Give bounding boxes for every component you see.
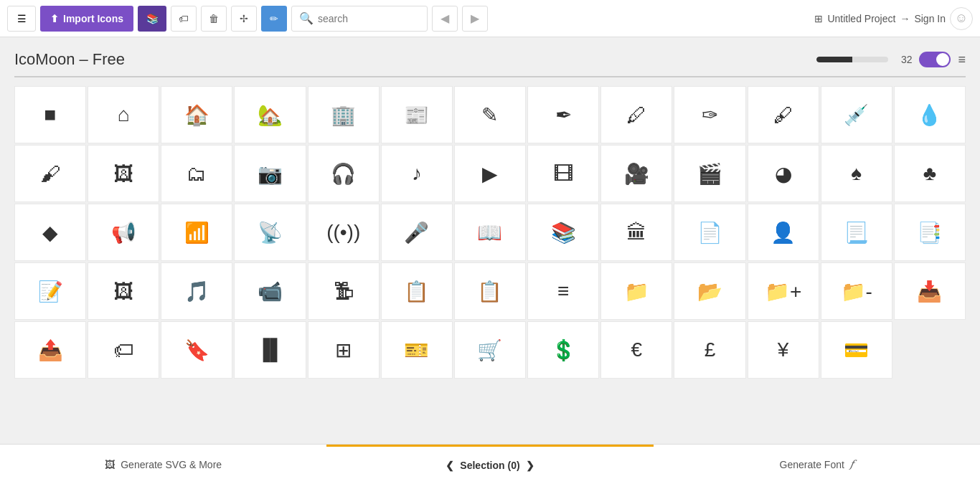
droplet-icon[interactable]: 💧 (894, 86, 966, 143)
size-slider[interactable] (816, 57, 888, 62)
euro-icon[interactable]: € (600, 321, 672, 379)
ticket-icon[interactable]: 🎫 (381, 321, 453, 379)
film2-icon[interactable]: 🎬 (674, 145, 745, 202)
mic-icon[interactable]: 🎤 (381, 204, 453, 261)
edit-icon: ✏ (270, 13, 278, 24)
tags-icon[interactable]: 🔖 (161, 321, 232, 379)
project-name-container: ⊞ Untitled Project (814, 13, 895, 24)
document-icon[interactable]: 📄 (674, 204, 745, 261)
forward-button[interactable]: ▶ (462, 6, 488, 32)
credit-card-icon[interactable]: 💳 (821, 321, 892, 379)
tag-button[interactable]: 🏷 (171, 6, 197, 32)
search-box: 🔍 (291, 6, 428, 32)
image-icon[interactable]: 🖼 (88, 145, 159, 202)
broadcast-icon[interactable]: 📡 (234, 204, 306, 261)
back-button[interactable]: ◀ (432, 6, 458, 32)
play-icon[interactable]: ▶ (454, 145, 526, 202)
clubs-icon[interactable]: ♣ (894, 145, 966, 202)
size-track (816, 57, 888, 62)
icon-set-controls: 32 ≡ (816, 52, 966, 67)
folder-add-icon[interactable]: 📁+ (748, 262, 819, 320)
stack-icon[interactable]: ≡ (527, 262, 599, 320)
pound-icon[interactable]: £ (674, 321, 745, 379)
import-icon: ⬆ (50, 13, 59, 24)
feather-icon[interactable]: 🖊 (600, 86, 672, 143)
camera-icon[interactable]: 📷 (234, 145, 306, 202)
library-icon: 📚 (146, 13, 159, 24)
pencil-icon[interactable]: ✎ (454, 86, 526, 143)
video-icon[interactable]: 🎥 (600, 145, 672, 202)
icon-grid: ■⌂🏠🏡🏢📰✎✒🖊✑🖋💉💧🖌🖼🗂📷🎧♪▶🎞🎥🎬◕♠♣◆📢📶📡((•))🎤📖📚🏛📄… (14, 83, 966, 381)
cart-icon[interactable]: 🛒 (454, 321, 526, 379)
library-button[interactable]: 📚 (138, 6, 166, 32)
file-copy-icon[interactable]: 📋 (381, 262, 453, 320)
spades-icon[interactable]: ♠ (821, 145, 892, 202)
square-icon[interactable]: ■ (14, 86, 86, 143)
film-icon[interactable]: 🎞 (527, 145, 599, 202)
yen-icon[interactable]: ¥ (748, 321, 819, 379)
music-icon[interactable]: ♪ (381, 145, 453, 202)
file-video-icon[interactable]: 📹 (234, 262, 306, 320)
headphones-icon[interactable]: 🎧 (308, 145, 380, 202)
delete-button[interactable]: 🗑 (201, 6, 227, 32)
paint-icon[interactable]: 🖌 (14, 145, 86, 202)
signin-icon: → (900, 13, 910, 24)
toolbar: ☰ ⬆ Import Icons 📚 🏷 🗑 ✢ ✏ 🔍 ◀ ▶ ⊞ Untit… (0, 0, 980, 37)
trash-icon: 🗑 (209, 13, 219, 24)
layers-icon: ⊞ (814, 13, 823, 24)
file-zip-icon[interactable]: 🗜 (308, 262, 380, 320)
avatar: ☺ (950, 7, 973, 30)
images-icon[interactable]: 🗂 (161, 145, 232, 202)
sign-in-button[interactable]: → Sign In (900, 13, 946, 24)
home-icon[interactable]: ⌂ (88, 86, 159, 143)
toggle-switch[interactable] (919, 52, 951, 67)
main-content: IcoMoon – Free 32 ≡ ■⌂🏠🏡🏢📰✎✒🖊✑🖋💉💧🖌🖼🗂📷🎧♪▶… (0, 37, 980, 444)
move-button[interactable]: ✢ (231, 6, 257, 32)
edit-button[interactable]: ✏ (261, 6, 287, 32)
contact-icon[interactable]: 👤 (748, 204, 819, 261)
file-image-icon[interactable]: 🖼 (88, 262, 159, 320)
wifi-icon[interactable]: 📶 (161, 204, 232, 261)
pacman-icon[interactable]: ◕ (748, 145, 819, 202)
icon-set-header: IcoMoon – Free 32 ≡ (14, 37, 966, 77)
menu-button[interactable]: ☰ (7, 6, 36, 32)
qrcode-icon[interactable]: ⊞ (308, 321, 380, 379)
file2-icon[interactable]: 📑 (894, 204, 966, 261)
fountain-pen-icon[interactable]: 🖋 (748, 86, 819, 143)
folder-upload-icon[interactable]: 📤 (14, 321, 86, 379)
folder-open-icon[interactable]: 📂 (674, 262, 745, 320)
icon-set-title: IcoMoon – Free (14, 50, 125, 69)
search-icon: 🔍 (299, 11, 314, 25)
clipboard-icon[interactable]: 📋 (454, 262, 526, 320)
project-name-label: Untitled Project (827, 13, 895, 24)
signal-icon[interactable]: ((•)) (308, 204, 380, 261)
nib-icon[interactable]: ✑ (674, 86, 745, 143)
import-icons-button[interactable]: ⬆ Import Icons (40, 6, 133, 32)
search-input[interactable] (318, 13, 420, 24)
megaphone-icon[interactable]: 📢 (88, 204, 159, 261)
barcode-icon[interactable]: ▐▌ (234, 321, 306, 379)
file-music-icon[interactable]: 🎵 (161, 262, 232, 320)
building-icon[interactable]: 🏢 (308, 86, 380, 143)
folder-remove-icon[interactable]: 📁- (821, 262, 892, 320)
folder-download-icon[interactable]: 📥 (894, 262, 966, 320)
diamond-icon[interactable]: ◆ (14, 204, 86, 261)
newspaper-icon[interactable]: 📰 (381, 86, 453, 143)
books-icon[interactable]: 📚 (527, 204, 599, 261)
toggle-knob (936, 53, 949, 66)
file-text-icon[interactable]: 📝 (14, 262, 86, 320)
house2-icon[interactable]: 🏡 (234, 86, 306, 143)
size-fill (816, 57, 852, 62)
tag-icon: 🏷 (179, 13, 189, 24)
list-view-button[interactable]: ≡ (958, 52, 966, 67)
pen-icon[interactable]: ✒ (527, 86, 599, 143)
file-icon[interactable]: 📃 (821, 204, 892, 261)
dollar-icon[interactable]: 💲 (527, 321, 599, 379)
eyedropper-icon[interactable]: 💉 (821, 86, 892, 143)
library-icon[interactable]: 🏛 (600, 204, 672, 261)
book-icon[interactable]: 📖 (454, 204, 526, 261)
folder-icon[interactable]: 📁 (600, 262, 672, 320)
house-icon[interactable]: 🏠 (161, 86, 232, 143)
menu-icon: ☰ (17, 13, 27, 24)
tag-icon[interactable]: 🏷 (88, 321, 159, 379)
